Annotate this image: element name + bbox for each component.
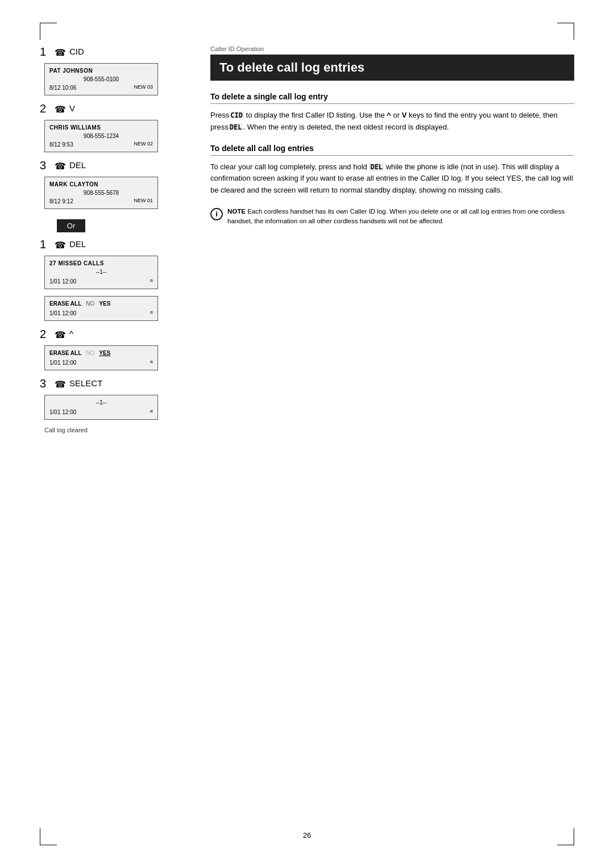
step-1-number: 1 [40, 45, 51, 59]
step-3-screen-line1: MARK CLAYTON [49, 180, 153, 189]
call-log-cleared-caption: Call log cleared [44, 427, 188, 433]
step-1-screen-line2: 908-555-0100 [49, 75, 153, 84]
corner-mark-br-v [574, 828, 574, 845]
step-g2-2-erase-date: 1/01 12:00 [49, 358, 76, 367]
section-label: Caller ID Operation [210, 45, 574, 52]
step-g2-1-erase-date: 1/01 12:00 [49, 309, 76, 318]
step-g2-3-final-icon: ≡ [150, 408, 153, 416]
step-g2-3-final-line1: --1-- [49, 398, 153, 407]
step-g2-1-no: NO [86, 299, 94, 308]
step-g2-1-phone-icon: ☎ [55, 240, 66, 251]
step-g2-3-number: 3 [40, 377, 51, 390]
corner-mark-tl-h [40, 23, 57, 23]
corner-mark-tr-h [557, 23, 574, 23]
step-g2-3-final-line2: 1/01 12:00 ≡ [49, 408, 153, 416]
step-3-row: 3 ☎ DEL [40, 159, 188, 172]
page-title: To delete call log entries [210, 55, 574, 81]
step-g2-2-erase-line: ERASE ALL NO YES [49, 349, 153, 357]
step-g2-1-missed-line1: 27 MISSED CALLS [49, 259, 153, 268]
step-2-screen-line3: 8/12 9:53 NEW 02 [49, 140, 153, 149]
step-1-screen-line1: PAT JOHNSON [49, 66, 153, 75]
main-content: 1 ☎ CID PAT JOHNSON 908-555-0100 8/12 10… [40, 45, 574, 433]
step-g2-1-missed-screen: 27 MISSED CALLS --1-- 1/01 12:00 ≡ [44, 256, 158, 289]
corner-mark-tl-v [40, 23, 40, 40]
subsection-single-body: PressCID to display the first Caller ID … [210, 110, 574, 133]
or-divider: Or [40, 216, 188, 238]
step-2-row: 2 ☎ V [40, 102, 188, 115]
step-g2-2-yes: YES [99, 349, 110, 357]
step-g2-2-erase-screen: ERASE ALL NO YES 1/01 12:00 ≡ [44, 345, 158, 370]
step-2-label: V [69, 103, 75, 113]
page-container: 1 ☎ CID PAT JOHNSON 908-555-0100 8/12 10… [0, 0, 614, 868]
step-3-date: 8/12 9:12 [49, 197, 73, 206]
corner-mark-bl-h [40, 845, 57, 845]
step-3-phone-icon: ☎ [55, 161, 66, 172]
step-1-screen: PAT JOHNSON 908-555-0100 8/12 10:06 NEW … [44, 63, 158, 95]
step-1-phone-icon: ☎ [55, 47, 66, 58]
corner-mark-br-h [557, 845, 574, 845]
step-3-screen: MARK CLAYTON 908-555-5678 8/12 9:12 NEW … [44, 177, 158, 209]
step-g2-1-number: 1 [40, 238, 51, 251]
corner-mark-tr-v [574, 23, 574, 40]
step-g2-1-row: 1 ☎ DEL [40, 238, 188, 251]
keyword-cid: CID [229, 111, 244, 119]
step-g2-2-erase-icon: ≡ [150, 358, 153, 367]
step-2-count: NEW 02 [134, 140, 153, 149]
note-label: NOTE [227, 208, 246, 215]
step-g2-2-erase-label: ERASE ALL [49, 349, 81, 357]
note-body: Each cordless handset has its own Caller… [227, 208, 565, 224]
step-1-row: 1 ☎ CID [40, 45, 188, 59]
corner-mark-bl-v [40, 828, 40, 845]
left-column: 1 ☎ CID PAT JOHNSON 908-555-0100 8/12 10… [40, 45, 188, 433]
step-3-number: 3 [40, 159, 51, 172]
step-g2-2-phone-icon: ☎ [55, 329, 66, 340]
keyword-del: DEL [229, 123, 243, 131]
step-2-screen-line1: CHRIS WILLIAMS [49, 123, 153, 132]
subsection-all-title: To delete all call log entries [210, 144, 574, 156]
step-2-screen: CHRIS WILLIAMS 908-555-1234 8/12 9:53 NE… [44, 120, 158, 152]
keyword-del2: DEL [369, 163, 384, 171]
step-g2-1-erase-icon: ≡ [150, 309, 153, 318]
step-g2-2-erase-line3: 1/01 12:00 ≡ [49, 358, 153, 367]
step-g2-3-final-date: 1/01 12:00 [49, 408, 76, 416]
step-1-screen-line3: 8/12 10:06 NEW 03 [49, 84, 153, 92]
step-g2-3-row: 3 ☎ SELECT [40, 377, 188, 390]
step-1-date: 8/12 10:06 [49, 84, 76, 92]
step-2-phone-icon: ☎ [55, 104, 66, 115]
step-3-count: NEW 01 [134, 197, 153, 206]
step-g2-1-missed-line2: --1-- [49, 268, 153, 276]
step-1-count: NEW 03 [134, 84, 153, 92]
note-icon: i [210, 208, 223, 220]
step-3-screen-line3: 8/12 9:12 NEW 01 [49, 197, 153, 206]
step-2-date: 8/12 9:53 [49, 140, 73, 149]
step-g2-2-row: 2 ☎ ^ [40, 328, 188, 341]
right-column: Caller ID Operation To delete call log e… [210, 45, 574, 433]
step-g2-1-missed-date: 1/01 12:00 [49, 277, 76, 286]
step-g2-1-erase-screen: ERASE ALL NO YES 1/01 12:00 ≡ [44, 296, 158, 321]
or-label: Or [57, 219, 85, 232]
key-down: V [402, 111, 407, 119]
step-g2-1-label: DEL [69, 239, 86, 249]
step-g2-1-missed-icon: ≡ [150, 277, 153, 286]
step-3-label: DEL [69, 160, 86, 170]
step-3-screen-line2: 908-555-5678 [49, 189, 153, 197]
step-2-screen-line2: 908-555-1234 [49, 132, 153, 140]
page-number: 26 [303, 831, 311, 840]
key-up: ^ [387, 111, 391, 119]
step-1-label: CID [69, 47, 84, 56]
step-g2-2-no: NO [86, 349, 94, 357]
note-text: NOTE Each cordless handset has its own C… [227, 207, 574, 227]
step-2-number: 2 [40, 102, 51, 115]
step-g2-3-label: SELECT [69, 378, 102, 388]
subsection-all-body: To clear your call log completely, press… [210, 161, 574, 197]
step-g2-3-final-screen: --1-- 1/01 12:00 ≡ [44, 395, 158, 420]
step-g2-2-number: 2 [40, 328, 51, 341]
note-box: i NOTE Each cordless handset has its own… [210, 207, 574, 227]
step-g2-1-missed-line3: 1/01 12:00 ≡ [49, 277, 153, 286]
step-g2-1-yes: YES [99, 299, 110, 308]
subsection-single-title: To delete a single call log entry [210, 92, 574, 104]
step-g2-3-phone-icon: ☎ [55, 379, 66, 390]
step-g2-1-erase-line3: 1/01 12:00 ≡ [49, 309, 153, 318]
step-g2-1-erase-label: ERASE ALL [49, 299, 81, 308]
step-g2-2-label: ^ [69, 329, 73, 339]
